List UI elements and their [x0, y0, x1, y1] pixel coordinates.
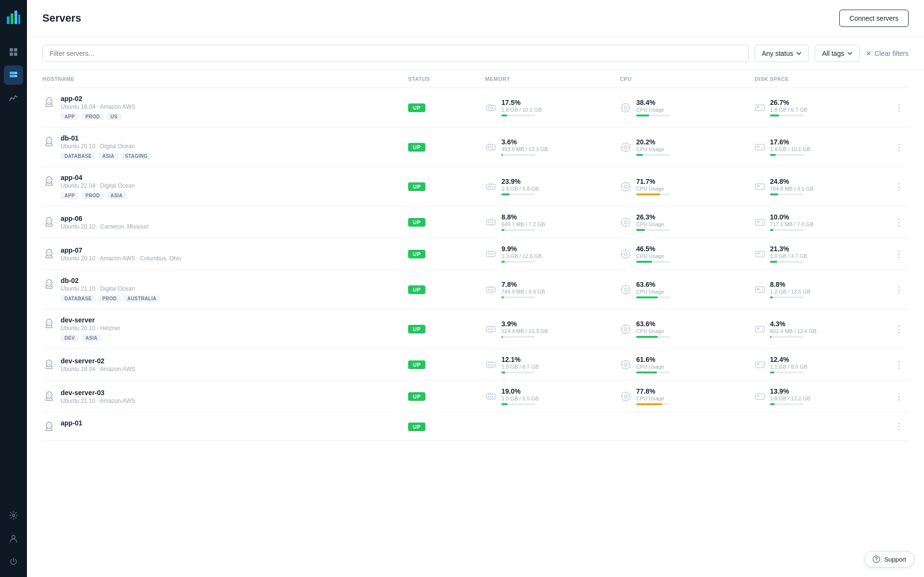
memory-bar: [501, 296, 504, 298]
memory-bar-wrap: [501, 193, 535, 195]
status-badge: UP: [408, 285, 425, 294]
row-actions-button[interactable]: ⋮: [889, 391, 909, 402]
disk-detail: 1.8 GB / 6.7 GB: [770, 107, 808, 113]
disk-bar: [770, 115, 779, 116]
status-filter-dropdown[interactable]: Any status: [755, 45, 809, 62]
sidebar-item-servers[interactable]: [4, 65, 23, 85]
disk-cell: 21.3% 1.0 GB / 4.7 GB: [755, 245, 889, 263]
svg-rect-92: [492, 328, 493, 330]
col-disk: DISK SPACE: [755, 76, 889, 82]
server-tag: ASIA: [107, 192, 127, 199]
memory-detail: 1.0 GB / 8.7 GB: [501, 364, 539, 370]
memory-cell: 3.9% 524.4 MB / 13.3 GB: [485, 320, 620, 338]
svg-rect-2: [14, 11, 17, 24]
cpu-bar: [636, 154, 643, 156]
svg-rect-79: [490, 289, 491, 291]
cpu-icon: [620, 181, 631, 192]
server-name: app-06: [61, 215, 149, 222]
memory-bar: [501, 229, 504, 231]
svg-rect-55: [490, 221, 491, 223]
server-meta: Ubuntu 21.10 · Amazon AWS: [61, 397, 135, 404]
server-tag: DATABASE: [61, 153, 95, 160]
sidebar-item-dashboard[interactable]: [4, 42, 23, 62]
svg-rect-104: [492, 364, 493, 366]
table-header: HOSTNAME STATUS MEMORY CPU DISK SPACE: [42, 70, 909, 88]
svg-rect-107: [756, 362, 764, 368]
svg-rect-102: [488, 364, 489, 366]
cpu-cell: 20.2% CPU Usage: [620, 138, 755, 156]
svg-rect-114: [488, 396, 489, 397]
row-actions-button[interactable]: ⋮: [889, 249, 909, 259]
row-actions-button[interactable]: ⋮: [889, 284, 909, 295]
row-actions-button[interactable]: ⋮: [889, 217, 909, 228]
disk-detail: 602.4 MB / 13.6 GB: [770, 328, 817, 334]
server-tag: PROD: [81, 192, 103, 199]
search-input[interactable]: [42, 45, 749, 62]
row-actions-button[interactable]: ⋮: [889, 421, 909, 432]
row-actions-button[interactable]: ⋮: [889, 324, 909, 334]
disk-cell: 24.8% 784.8 MB / 3.1 GB: [755, 178, 889, 195]
sidebar-item-settings[interactable]: [4, 506, 23, 525]
table-row: app-07 Ubuntu 20.10 · Amazon AWS · Colum…: [42, 238, 909, 270]
server-name: dev-server: [61, 316, 120, 324]
server-meta: Ubuntu 18.04 · Amazon AWS: [61, 366, 135, 372]
row-actions-button[interactable]: ⋮: [889, 142, 909, 153]
server-rows: app-02 Ubuntu 18.04 · Amazon AWS APPPROD…: [42, 88, 909, 441]
cpu-bar: [636, 336, 658, 338]
svg-rect-119: [756, 394, 764, 399]
svg-point-12: [13, 514, 15, 517]
server-meta: Ubuntu 21.10 · Digital Ocean: [61, 285, 160, 292]
col-hostname: HOSTNAME: [42, 76, 408, 82]
memory-icon: [485, 217, 497, 228]
connect-servers-button[interactable]: Connect servers: [839, 10, 909, 27]
clear-filters-button[interactable]: ✕ Clear filters: [866, 50, 909, 57]
cpu-detail: CPU Usage: [636, 253, 670, 259]
cpu-cell: 46.5% CPU Usage: [620, 245, 755, 263]
svg-point-112: [50, 394, 51, 395]
server-details: dev-server-03 Ubuntu 21.10 · Amazon AWS: [61, 389, 135, 404]
cpu-detail: CPU Usage: [636, 146, 670, 152]
cpu-detail: CPU Usage: [636, 289, 670, 295]
server-meta: Ubuntu 20.10 · Digital Ocean: [61, 143, 152, 150]
memory-bar-wrap: [501, 115, 535, 116]
server-name: dev-server-03: [61, 389, 135, 397]
svg-rect-96: [757, 328, 759, 329]
disk-detail: 717.1 MB / 7.0 GB: [770, 221, 814, 227]
cpu-icon: [620, 217, 631, 228]
svg-rect-23: [756, 105, 764, 111]
disk-bar-wrap: [770, 296, 804, 298]
server-info: dev-server-02 Ubuntu 18.04 · Amazon AWS: [42, 357, 408, 372]
server-name: db-01: [61, 134, 152, 142]
disk-cell: 8.8% 1.2 GB / 13.5 GB: [755, 281, 889, 298]
svg-point-40: [50, 179, 51, 180]
row-actions-button[interactable]: ⋮: [889, 181, 909, 192]
support-button[interactable]: Support: [864, 551, 914, 567]
disk-detail: 1.2 GB / 13.5 GB: [770, 289, 810, 295]
disk-cell: 26.7% 1.8 GB / 6.7 GB: [755, 99, 889, 116]
disk-bar: [770, 403, 775, 405]
memory-bar: [501, 154, 503, 156]
server-tag: AUSTRALIA: [124, 295, 160, 302]
sidebar-item-power[interactable]: [4, 552, 23, 571]
support-icon: [873, 555, 880, 563]
disk-percent: 4.3%: [770, 320, 817, 328]
memory-percent: 23.9%: [501, 178, 539, 185]
row-actions-button[interactable]: ⋮: [889, 359, 909, 370]
server-details: dev-server Ubuntu 20.10 · Hetzner DEVASI…: [61, 316, 120, 342]
row-actions-button[interactable]: ⋮: [889, 103, 909, 113]
svg-point-126: [876, 561, 877, 562]
memory-info: 3.9% 524.4 MB / 13.3 GB: [501, 320, 548, 338]
cpu-bar: [636, 403, 662, 405]
chevron-down-icon: [847, 51, 853, 56]
memory-info: 7.8% 749.9 MB / 9.4 GB: [501, 281, 545, 298]
server-meta: Ubuntu 18.04 · Amazon AWS: [61, 103, 135, 110]
server-tag: APP: [61, 192, 78, 199]
disk-bar-wrap: [770, 372, 804, 373]
svg-rect-120: [757, 395, 759, 397]
memory-percent: 8.8%: [501, 213, 545, 221]
sidebar-item-user[interactable]: [4, 529, 23, 548]
sidebar-item-analytics[interactable]: [4, 89, 23, 108]
tags-filter-dropdown[interactable]: All tags: [815, 45, 860, 62]
svg-rect-47: [756, 184, 764, 190]
status-badge: UP: [408, 360, 425, 369]
